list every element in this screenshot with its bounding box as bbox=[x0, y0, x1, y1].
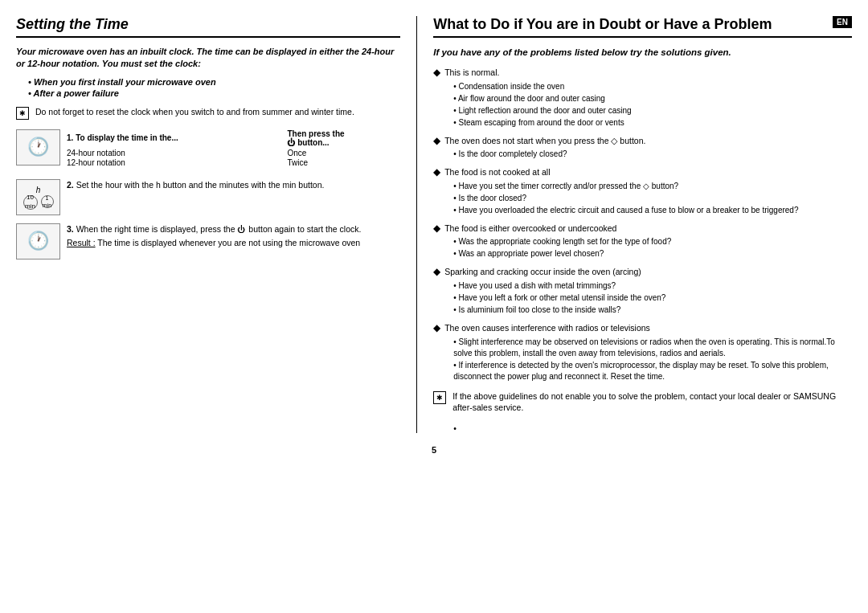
list-item: Air flow around the door and outer casin… bbox=[453, 93, 852, 104]
problem-3: ◆ The food is not cooked at all Have you… bbox=[433, 166, 852, 216]
problem-6-bullets: Slight interference may be observed on t… bbox=[453, 337, 852, 382]
right-note-text: If the above guidelines do not enable yo… bbox=[452, 390, 852, 414]
list-item: Is the door closed? bbox=[453, 193, 852, 204]
list-item: Was the appropriate cooking length set f… bbox=[453, 236, 852, 247]
table-row: 12-hour notation Twice bbox=[67, 158, 400, 168]
right-note-box: ✱ If the above guidelines do not enable … bbox=[433, 390, 852, 414]
bullet-item-1: When you first install your microwave ov… bbox=[28, 77, 400, 87]
left-intro: Your microwave oven has an inbuilt clock… bbox=[16, 46, 400, 71]
step-2-text: 2. Set the hour with the h button and th… bbox=[67, 179, 400, 191]
right-column: EN What to Do if You are in Doubt or Hav… bbox=[417, 16, 852, 433]
problem-5: ◆ Sparking and cracking occur inside the… bbox=[433, 266, 852, 316]
problem-3-header: ◆ The food is not cooked at all bbox=[433, 166, 852, 179]
problem-6-header: ◆ The oven causes interference with radi… bbox=[433, 322, 852, 335]
list-item: If interference is detected by the oven'… bbox=[453, 360, 852, 382]
step-1-row: 🕐 1. To display the time in the... Th bbox=[16, 129, 400, 171]
left-column: Setting the Time Your microwave oven has… bbox=[16, 16, 417, 433]
list-item: Have you set the timer correctly and/or … bbox=[453, 181, 852, 192]
problem-4-header: ◆ The food is either overcooked or under… bbox=[433, 223, 852, 235]
step-3-main: 3. When the right time is displayed, pre… bbox=[67, 223, 400, 235]
list-item: Have you used a dish with metal trimming… bbox=[453, 280, 852, 292]
diamond-5: ◆ bbox=[433, 266, 440, 279]
note-text: Do not forget to reset the clock when yo… bbox=[35, 106, 354, 118]
steps-section: 🕐 1. To display the time in the... Th bbox=[16, 129, 400, 260]
problem-4: ◆ The food is either overcooked or under… bbox=[433, 223, 852, 260]
table-row: 24-hour notation Once bbox=[67, 149, 400, 158]
step-2-icon: h 10min 1min bbox=[16, 179, 60, 215]
diamond-4: ◆ bbox=[433, 223, 440, 235]
diamond-2: ◆ bbox=[433, 135, 440, 148]
row1-col1: 24-hour notation bbox=[67, 149, 287, 158]
list-item: Is the door completely closed? bbox=[453, 149, 852, 160]
diamond-3: ◆ bbox=[433, 166, 440, 179]
list-item: Have you left a fork or other metal uten… bbox=[453, 292, 852, 304]
problem-1-header: ◆ This is normal. bbox=[433, 67, 852, 80]
problem-1: ◆ This is normal. Condensation inside th… bbox=[433, 67, 852, 129]
bullet-item-2: After a power failure bbox=[28, 88, 400, 98]
right-title: What to Do if You are in Doubt or Have a… bbox=[433, 16, 852, 38]
list-item: Steam escaping from around the door or v… bbox=[453, 117, 852, 129]
step-3-result: Result : The time is displayed whenever … bbox=[67, 237, 400, 249]
note-icon: ✱ bbox=[16, 107, 29, 120]
problem-6: ◆ The oven causes interference with radi… bbox=[433, 322, 852, 382]
step-1-table: 1. To display the time in the... Then pr… bbox=[67, 129, 400, 168]
problem-5-header: ◆ Sparking and cracking occur inside the… bbox=[433, 266, 852, 279]
step-2-content: 2. Set the hour with the h button and th… bbox=[67, 179, 400, 191]
if-text: If you have any of the problems listed b… bbox=[433, 46, 852, 59]
problem-2: ◆ The oven does not start when you press… bbox=[433, 135, 852, 161]
diamond-1: ◆ bbox=[433, 67, 440, 80]
step-1-icon: 🕐 bbox=[16, 129, 60, 166]
page-number: 5 bbox=[16, 445, 852, 455]
list-item: Light reflection around the door and out… bbox=[453, 105, 852, 116]
step-3-row: 🕐 3. When the right time is displayed, p… bbox=[16, 223, 400, 260]
clock-icon-3: 🕐 bbox=[27, 231, 49, 251]
diamond-6: ◆ bbox=[433, 322, 440, 335]
step-2-row: h 10min 1min 2. Set the hour with the h … bbox=[16, 179, 400, 215]
extra-bullet: • bbox=[453, 423, 852, 433]
list-item: Condensation inside the oven bbox=[453, 81, 852, 92]
problem-3-bullets: Have you set the timer correctly and/or … bbox=[453, 181, 852, 216]
step-3-content: 3. When the right time is displayed, pre… bbox=[67, 223, 400, 249]
row2-col1: 12-hour notation bbox=[67, 158, 287, 168]
en-badge: EN bbox=[833, 16, 852, 28]
problem-5-bullets: Have you used a dish with metal trimming… bbox=[453, 280, 852, 316]
step-3-icon: 🕐 bbox=[16, 223, 60, 260]
step-1-content: 1. To display the time in the... Then pr… bbox=[67, 129, 400, 171]
problem-2-header: ◆ The oven does not start when you press… bbox=[433, 135, 852, 148]
col2-header: Then press the ⏻ button... bbox=[287, 129, 400, 149]
note-box: ✱ Do not forget to reset the clock when … bbox=[16, 106, 400, 120]
problem-4-bullets: Was the appropriate cooking length set f… bbox=[453, 236, 852, 260]
bullet-list: When you first install your microwave ov… bbox=[28, 77, 400, 98]
list-item: Slight interference may be observed on t… bbox=[453, 337, 852, 359]
right-note-icon: ✱ bbox=[433, 391, 446, 404]
problem-1-bullets: Condensation inside the oven Air flow ar… bbox=[453, 81, 852, 129]
hmin-label: h 10min 1min bbox=[23, 185, 54, 210]
left-title: Setting the Time bbox=[16, 16, 400, 38]
row2-col2: Twice bbox=[287, 158, 400, 168]
list-item: Have you overloaded the electric circuit… bbox=[453, 205, 852, 216]
list-item: Was an appropriate power level chosen? bbox=[453, 248, 852, 260]
row1-col2: Once bbox=[287, 149, 400, 158]
problem-2-bullets: Is the door completely closed? bbox=[453, 149, 852, 160]
list-item: Is aluminium foil too close to the insid… bbox=[453, 304, 852, 316]
clock-icon-1: 🕐 bbox=[27, 137, 49, 157]
col1-header: 1. To display the time in the... bbox=[67, 129, 287, 149]
